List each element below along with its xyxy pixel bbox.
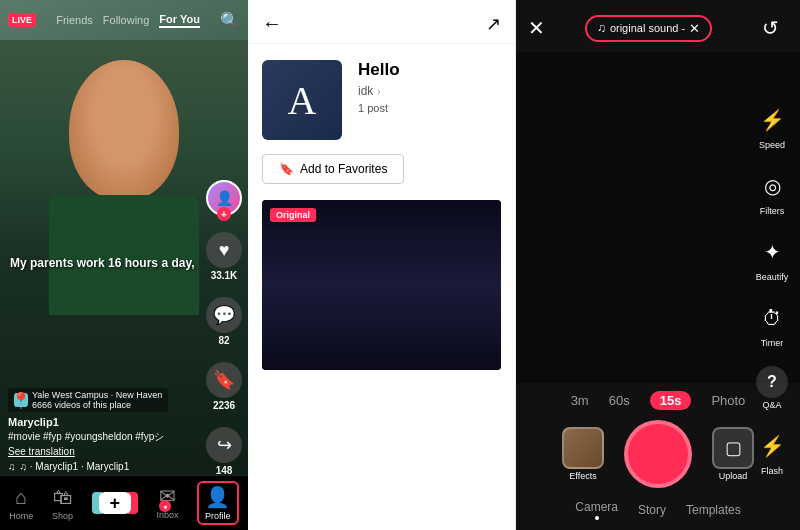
video-info-overlay: 📍 Yale West Campus · New Haven 6666 vide… <box>8 388 200 472</box>
flash-tool[interactable]: ⚡ Flash <box>754 428 790 476</box>
mode-story[interactable]: Story <box>638 503 666 517</box>
filters-icon: ◎ <box>754 168 790 204</box>
location-sub: 6666 videos of this place <box>32 400 162 410</box>
music-note-icon: ♫ <box>8 461 16 472</box>
back-button[interactable]: ← <box>262 12 282 35</box>
sound-post-count: 1 post <box>358 102 501 114</box>
mode-camera[interactable]: Camera <box>575 500 618 520</box>
nav-home[interactable]: ⌂ Home <box>9 486 33 521</box>
home-icon: ⌂ <box>15 486 27 509</box>
search-icon[interactable]: 🔍 <box>220 11 240 30</box>
nav-create[interactable]: + <box>92 492 138 514</box>
beautify-icon: ✦ <box>754 234 790 270</box>
sound-video-preview[interactable]: Original <box>262 200 501 370</box>
username[interactable]: Maryclip1 <box>8 416 200 428</box>
filters-tool[interactable]: ◎ Filters <box>754 168 790 216</box>
feed-nav-items: Friends Following For You <box>56 13 200 28</box>
comment-button[interactable]: 💬 82 <box>206 297 242 346</box>
create-icon: + <box>99 492 131 514</box>
add-favorites-label: Add to Favorites <box>300 162 387 176</box>
hashtags[interactable]: #movie #fyp #youngsheldon #fypシ <box>8 430 200 444</box>
share-button[interactable]: ↗ <box>486 13 501 35</box>
sound-info-top: A Hello idk › 1 post <box>262 60 501 140</box>
bottom-navigation: ⌂ Home 🛍 Shop + ✉ Inbox ● 👤 Profile <box>0 475 248 530</box>
video-thumbnail <box>262 200 501 370</box>
flip-icon: ↺ <box>762 16 779 40</box>
sound-name: original sound - <box>610 22 685 34</box>
close-button[interactable]: ✕ <box>528 16 545 40</box>
location-icon: 📍 <box>14 393 28 407</box>
nav-friends[interactable]: Friends <box>56 14 93 26</box>
sound-metadata: Hello idk › 1 post <box>358 60 501 114</box>
artist-name: idk <box>358 84 373 98</box>
upload-button[interactable]: ▢ Upload <box>712 427 754 481</box>
share-button[interactable]: ↪ 148 <box>206 427 242 476</box>
music-note-icon: ♫ <box>597 21 606 35</box>
feed-top-nav: LIVE Friends Following For You 🔍 <box>0 0 248 40</box>
upload-label: Upload <box>719 471 748 481</box>
sound-panel: ← ↗ A Hello idk › 1 post 🔖 Add to Favori… <box>248 0 516 530</box>
speed-tool[interactable]: ⚡ Speed <box>754 102 790 150</box>
effects-thumbnail <box>562 427 604 469</box>
like-count: 33.1K <box>211 270 238 281</box>
filters-label: Filters <box>760 206 785 216</box>
nav-profile[interactable]: 👤 Profile <box>197 481 239 525</box>
record-button[interactable] <box>624 420 692 488</box>
timer-tool[interactable]: ⏱ Timer <box>754 300 790 348</box>
nav-for-you[interactable]: For You <box>159 13 200 28</box>
speed-icon: ⚡ <box>754 102 790 138</box>
camera-top-bar: ✕ ♫ original sound - ✕ ↺ <box>516 0 800 52</box>
timer-icon: ⏱ <box>754 300 790 336</box>
flash-label: Flash <box>761 466 783 476</box>
flip-button-top[interactable]: ↺ <box>752 10 788 46</box>
qa-icon: ? <box>756 366 788 398</box>
original-badge: Original <box>270 208 316 222</box>
add-to-favorites-button[interactable]: 🔖 Add to Favorites <box>262 154 404 184</box>
sound-title: Hello <box>358 60 501 80</box>
feed-panel: LIVE Friends Following For You 🔍 My pare… <box>0 0 248 530</box>
duration-60s[interactable]: 60s <box>609 393 630 408</box>
effects-label: Effects <box>569 471 596 481</box>
nav-shop[interactable]: 🛍 Shop <box>52 486 73 521</box>
timer-label: Timer <box>761 338 784 348</box>
profile-icon: 👤 <box>205 485 230 509</box>
profile-label: Profile <box>205 511 231 521</box>
video-caption: My parents work 16 hours a day, <box>10 256 198 270</box>
nav-following[interactable]: Following <box>103 14 149 26</box>
nav-inbox[interactable]: ✉ Inbox ● <box>156 484 178 522</box>
sound-header: ← ↗ <box>248 0 515 44</box>
upload-icon: ▢ <box>712 427 754 469</box>
like-button[interactable]: ♥ 33.1K <box>206 232 242 281</box>
duration-photo[interactable]: Photo <box>711 393 745 408</box>
comment-count: 82 <box>218 335 229 346</box>
shop-label: Shop <box>52 511 73 521</box>
sound-selector[interactable]: ♫ original sound - ✕ <box>585 15 712 42</box>
see-translation[interactable]: See translation <box>8 446 200 457</box>
bookmark-icon: 🔖 <box>279 162 294 176</box>
location-tag[interactable]: 📍 Yale West Campus · New Haven 6666 vide… <box>8 388 168 412</box>
qa-tool[interactable]: ? Q&A <box>756 366 788 410</box>
follow-plus-icon[interactable]: + <box>217 207 231 221</box>
album-art: A <box>262 60 342 140</box>
duration-3m[interactable]: 3m <box>571 393 589 408</box>
bookmark-count: 2236 <box>213 400 235 411</box>
camera-panel: ✕ ♫ original sound - ✕ ↺ ⚡ Speed ◎ Filte… <box>516 0 800 530</box>
effects-button[interactable]: Effects <box>562 427 604 481</box>
mode-templates[interactable]: Templates <box>686 503 741 517</box>
live-badge[interactable]: LIVE <box>8 13 36 27</box>
flash-icon: ⚡ <box>754 428 790 464</box>
shop-icon: 🛍 <box>53 486 73 509</box>
bookmark-button[interactable]: 🔖 2236 <box>206 362 242 411</box>
remove-sound-icon[interactable]: ✕ <box>689 21 700 36</box>
sound-artist[interactable]: idk › <box>358 84 501 98</box>
beautify-tool[interactable]: ✦ Beautify <box>754 234 790 282</box>
camera-tools: ⚡ Speed ◎ Filters ✦ Beautify ⏱ Timer ? Q… <box>754 102 790 476</box>
duration-15s[interactable]: 15s <box>650 391 692 410</box>
music-info[interactable]: ♫ ♫ · Maryclip1 · Maryclip1 <box>8 461 200 472</box>
inbox-label: Inbox <box>156 510 178 520</box>
speed-label: Speed <box>759 140 785 150</box>
camera-viewfinder: ⚡ Speed ◎ Filters ✦ Beautify ⏱ Timer ? Q… <box>516 52 800 383</box>
location-name: Yale West Campus · New Haven <box>32 390 162 400</box>
qa-label: Q&A <box>762 400 781 410</box>
creator-avatar[interactable]: 👤 + <box>206 180 242 216</box>
